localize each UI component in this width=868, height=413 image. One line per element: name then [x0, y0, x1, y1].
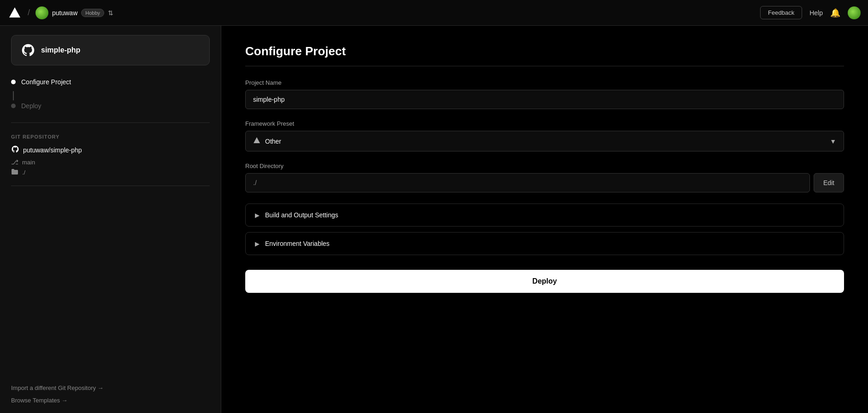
env-variables-collapsible: ▶ Environment Variables — [245, 232, 844, 255]
framework-value: Other — [265, 138, 281, 145]
git-repo-path: putuwaw/simple-php — [11, 145, 210, 155]
step-label-deploy: Deploy — [21, 102, 41, 110]
main-layout: simple-php Configure Project Deploy GIT … — [0, 26, 868, 413]
vercel-logo-icon[interactable] — [7, 6, 22, 20]
env-variables-arrow-icon: ▶ — [255, 240, 260, 247]
import-git-link[interactable]: Import a different Git Repository → — [11, 384, 210, 391]
repo-name: simple-php — [41, 46, 80, 54]
branch-icon: ⎇ — [11, 158, 18, 166]
title-divider — [245, 66, 844, 66]
main-content: Configure Project Project Name Framework… — [221, 26, 868, 413]
github-small-icon — [11, 145, 19, 155]
github-icon — [21, 43, 35, 58]
branch-name: main — [22, 159, 35, 166]
browse-templates-link[interactable]: Browse Templates → — [11, 397, 210, 404]
build-settings-title: Build and Output Settings — [265, 211, 338, 219]
framework-preset-group: Framework Preset Other ▼ — [245, 120, 844, 151]
env-variables-header[interactable]: ▶ Environment Variables — [246, 233, 844, 255]
framework-label: Framework Preset — [245, 120, 844, 127]
nav-user-avatar — [35, 6, 48, 19]
step-label-configure: Configure Project — [21, 78, 71, 86]
build-settings-arrow-icon: ▶ — [255, 212, 260, 219]
feedback-button[interactable]: Feedback — [760, 6, 802, 19]
steps-container: Configure Project Deploy — [11, 78, 210, 115]
root-directory-input[interactable] — [245, 173, 810, 192]
nav-plan-badge: Hobby — [81, 9, 104, 17]
project-name-label: Project Name — [245, 79, 844, 86]
help-link[interactable]: Help — [809, 9, 823, 17]
build-settings-header[interactable]: ▶ Build and Output Settings — [246, 204, 844, 226]
step-deploy: Deploy — [11, 102, 210, 110]
root-directory-group: Root Directory Edit — [245, 163, 844, 192]
framework-dropdown[interactable]: Other ▼ — [245, 131, 844, 151]
edit-root-dir-button[interactable]: Edit — [814, 173, 844, 192]
nav-left: / putuwaw Hobby ⇅ — [7, 6, 760, 20]
nav-separator: / — [28, 8, 30, 17]
nav-username: putuwaw — [52, 9, 77, 17]
user-avatar[interactable] — [848, 6, 861, 19]
project-name-group: Project Name — [245, 79, 844, 109]
git-folder-row: ./ — [11, 169, 210, 176]
step-dot-deploy — [11, 104, 16, 108]
framework-select-left: Other — [253, 137, 281, 145]
page-title: Configure Project — [245, 44, 844, 58]
nav-right: Feedback Help 🔔 — [760, 6, 861, 19]
sidebar-divider-1 — [11, 122, 210, 123]
project-name-input[interactable] — [245, 90, 844, 109]
step-dot-configure — [11, 80, 16, 84]
root-directory-label: Root Directory — [245, 163, 844, 169]
build-settings-collapsible: ▶ Build and Output Settings — [245, 204, 844, 227]
git-branch-row: ⎇ main — [11, 158, 210, 166]
step-connector — [13, 91, 14, 100]
sidebar-links: Import a different Git Repository → Brow… — [11, 384, 210, 404]
folder-icon — [11, 169, 18, 176]
sidebar: simple-php Configure Project Deploy GIT … — [0, 26, 221, 413]
env-variables-title: Environment Variables — [265, 240, 330, 247]
git-repo-section-label: GIT REPOSITORY — [11, 134, 210, 140]
repo-card: simple-php — [11, 35, 210, 65]
notifications-icon[interactable]: 🔔 — [830, 8, 840, 18]
nav-chevron-icon[interactable]: ⇅ — [108, 9, 113, 17]
step-configure: Configure Project — [11, 78, 210, 86]
root-dir-row: Edit — [245, 173, 844, 192]
sidebar-divider-2 — [11, 186, 210, 186]
dropdown-chevron-icon: ▼ — [830, 138, 836, 145]
git-repo-section: GIT REPOSITORY putuwaw/simple-php ⎇ main — [11, 134, 210, 176]
folder-path: ./ — [22, 169, 25, 176]
framework-triangle-icon — [253, 137, 260, 145]
top-navigation: / putuwaw Hobby ⇅ Feedback Help 🔔 — [0, 0, 868, 26]
deploy-button[interactable]: Deploy — [245, 270, 844, 293]
git-repo-path-text: putuwaw/simple-php — [23, 146, 82, 154]
